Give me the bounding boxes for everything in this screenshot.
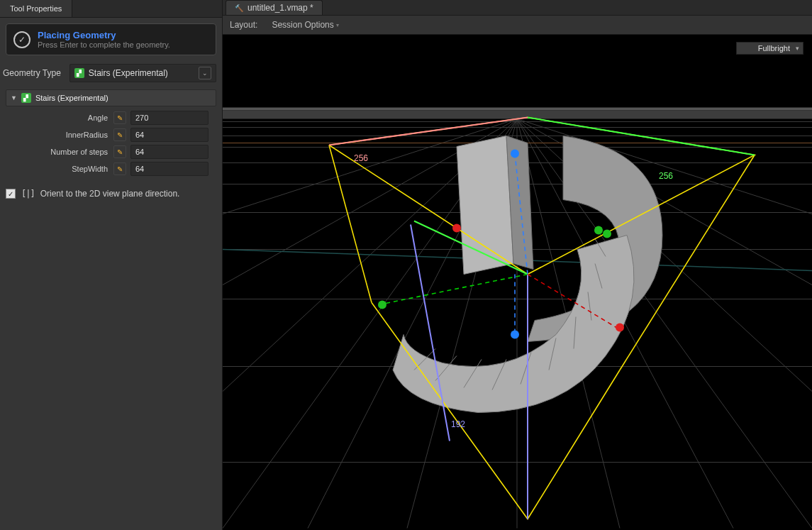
chevron-down-icon: ▾ (336, 22, 339, 28)
bbox-dim-y: 256 (659, 171, 673, 181)
document-tab[interactable]: 🔨 untitled_1.vmap * (226, 0, 323, 15)
geometry-type-dropdown[interactable]: ▞ Stairs (Experimental) ⌄ (69, 64, 216, 82)
document-tab-bar: 🔨 untitled_1.vmap * (223, 0, 812, 16)
chevron-down-icon: ⌄ (199, 67, 211, 79)
step-width-input[interactable] (130, 162, 208, 176)
bounding-box (329, 118, 755, 519)
bbox-dim-z: 192 (451, 419, 465, 429)
stairs-icon: ▞ (21, 93, 31, 103)
geometry-type-value: Stairs (Experimental) (89, 68, 168, 78)
angle-input[interactable] (130, 111, 208, 125)
svg-point-55 (603, 230, 611, 238)
svg-point-54 (594, 226, 603, 235)
orient-checkbox-row: ✓ [|] Orient to the 2D view plane direct… (6, 189, 216, 199)
svg-point-57 (511, 331, 519, 339)
document-title: untitled_1.vmap * (248, 3, 313, 13)
num-steps-input[interactable] (130, 145, 208, 159)
svg-point-53 (378, 301, 386, 309)
edit-icon[interactable]: ✎ (113, 162, 126, 175)
session-options-menu[interactable]: Session Options ▾ (272, 20, 338, 30)
layout-label: Layout: (230, 20, 257, 30)
svg-line-47 (379, 275, 528, 305)
banner-subtitle: Press Enter to complete the geometry. (38, 40, 170, 49)
svg-rect-0 (223, 37, 812, 108)
collapse-triangle-icon: ▼ (11, 94, 17, 101)
tab-tool-properties[interactable]: Tool Properties (0, 0, 72, 17)
svg-point-56 (511, 150, 519, 158)
edit-icon[interactable]: ✎ (113, 145, 126, 158)
checkmark-circle-icon: ✓ (13, 31, 30, 48)
svg-point-52 (616, 324, 624, 332)
inner-radius-label: InnerRadius (7, 131, 113, 139)
shading-mode-dropdown[interactable]: Fullbright (736, 42, 803, 55)
sidebar-tab-bar: Tool Properties (0, 0, 222, 18)
svg-rect-2 (223, 111, 812, 119)
edit-icon[interactable]: ✎ (113, 111, 126, 124)
stairs-section-header[interactable]: ▼ ▞ Stairs (Experimental) (6, 89, 216, 106)
orient-icon: [|] (21, 189, 35, 199)
info-banner: ✓ Placing Geometry Press Enter to comple… (6, 23, 216, 55)
orient-checkbox[interactable]: ✓ (6, 189, 16, 199)
inner-radius-input[interactable] (130, 128, 208, 142)
geometry-type-label: Geometry Type (3, 68, 61, 78)
orient-label: Orient to the 2D view plane direction. (40, 189, 180, 199)
3d-viewport[interactable]: Fullbright (223, 35, 812, 530)
svg-line-23 (517, 119, 812, 214)
num-steps-label: Number of steps (7, 148, 113, 156)
geometry-type-row: Geometry Type ▞ Stairs (Experimental) ⌄ (0, 61, 222, 85)
section-title: Stairs (Experimental) (35, 94, 109, 102)
viewport-toolbar: Layout: Session Options ▾ (223, 16, 812, 35)
hammer-icon: 🔨 (235, 4, 243, 12)
viewport-scene: 256 256 192 (223, 35, 812, 530)
tool-properties-panel: Tool Properties ✓ Placing Geometry Press… (0, 0, 223, 530)
svg-rect-1 (223, 108, 812, 111)
angle-label: Angle (7, 114, 113, 122)
step-width-label: StepWidth (7, 165, 113, 173)
property-grid: Angle ✎ InnerRadius ✎ Number of steps ✎ … (7, 111, 215, 176)
bbox-dim-x: 256 (354, 153, 368, 163)
edit-icon[interactable]: ✎ (113, 128, 126, 141)
stairs-icon: ▞ (74, 68, 84, 78)
banner-title: Placing Geometry (38, 30, 170, 40)
viewport-area: 🔨 untitled_1.vmap * Layout: Session Opti… (223, 0, 812, 530)
svg-point-51 (452, 224, 461, 233)
